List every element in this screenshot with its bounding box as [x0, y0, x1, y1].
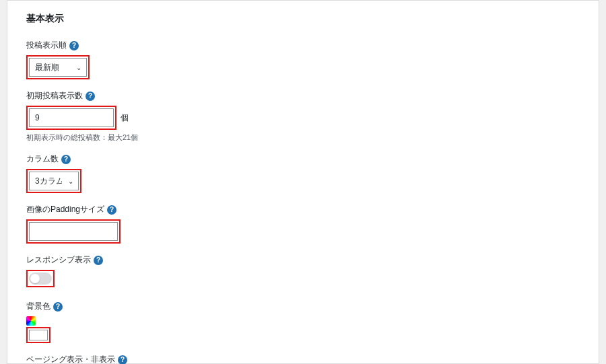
help-icon[interactable]: ?: [107, 205, 116, 215]
suffix-unit: 個: [121, 112, 129, 124]
label-initial-count: 初期投稿表示数: [26, 90, 83, 102]
label-responsive: レスポンシブ表示: [26, 254, 91, 266]
field-paging: ページング表示・非表示 ?: [26, 354, 580, 364]
field-post-order: 投稿表示順 ? 最新順 ⌄: [26, 40, 580, 79]
settings-panel: 基本表示 投稿表示順 ? 最新順 ⌄ 初期投稿表示数 ?: [7, 0, 599, 364]
field-columns: カラム数 ? 3カラム ⌄: [26, 153, 580, 193]
section-title: 基本表示: [26, 13, 580, 25]
field-bgcolor: 背景色 ?: [26, 301, 580, 343]
highlight-box: 3カラム ⌄: [26, 169, 81, 193]
input-padding[interactable]: [29, 222, 118, 241]
highlight-box: [26, 327, 50, 343]
toggle-responsive[interactable]: [29, 272, 52, 285]
highlight-box: [26, 106, 116, 130]
label-post-order: 投稿表示順: [26, 40, 67, 51]
select-columns[interactable]: 3カラム: [29, 172, 79, 190]
hint-initial-count: 初期表示時の総投稿数：最大21個: [26, 133, 580, 143]
field-responsive: レスポンシブ表示 ?: [26, 254, 580, 290]
select-post-order[interactable]: 最新順: [29, 58, 87, 77]
label-paging: ページング表示・非表示: [26, 354, 115, 364]
help-icon[interactable]: ?: [94, 256, 103, 265]
color-input-bgcolor[interactable]: [29, 330, 48, 340]
label-columns: カラム数: [26, 153, 59, 165]
help-icon[interactable]: ?: [61, 155, 71, 164]
help-icon[interactable]: ?: [86, 92, 95, 101]
color-palette-icon[interactable]: [26, 316, 36, 326]
highlight-box: [26, 270, 55, 287]
field-padding: 画像のPaddingサイズ ?: [26, 204, 580, 244]
field-initial-count: 初期投稿表示数 ? 個 初期表示時の総投稿数：最大21個: [26, 90, 580, 143]
help-icon[interactable]: ?: [118, 355, 127, 365]
help-icon[interactable]: ?: [69, 41, 79, 50]
highlight-box: [26, 219, 121, 244]
help-icon[interactable]: ?: [53, 302, 63, 312]
label-bgcolor: 背景色: [26, 301, 50, 312]
input-initial-count[interactable]: [29, 108, 114, 127]
highlight-box: 最新順 ⌄: [26, 55, 90, 79]
label-padding: 画像のPaddingサイズ: [26, 204, 104, 215]
